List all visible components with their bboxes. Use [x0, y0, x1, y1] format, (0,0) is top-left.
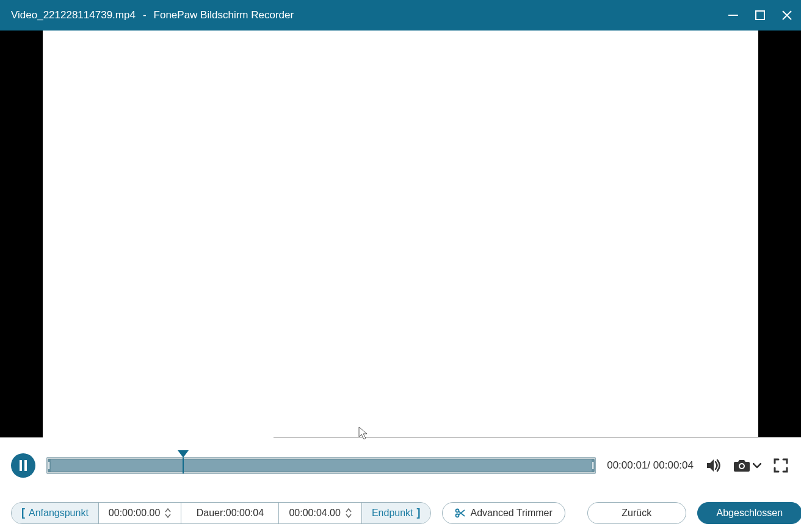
- screenshot-button-group: [733, 456, 762, 475]
- scissors-icon: [455, 508, 466, 519]
- chevron-down-icon: [346, 514, 352, 518]
- selection-handle-left[interactable]: [48, 459, 51, 472]
- back-label: Zurück: [622, 508, 651, 519]
- open-bracket-icon: [: [21, 506, 25, 519]
- done-label: Abgeschlossen: [717, 508, 783, 519]
- chevron-down-icon: [165, 514, 171, 518]
- start-label: Anfangspunkt: [29, 508, 89, 519]
- chevron-down-icon: [753, 462, 761, 469]
- chevron-up-icon: [165, 508, 171, 512]
- timeline[interactable]: [46, 457, 596, 474]
- duration-value: 00:00:04: [226, 508, 264, 519]
- video-area: [0, 31, 801, 437]
- right-icon-group: [705, 456, 790, 475]
- pause-icon: [18, 460, 28, 471]
- fullscreen-button[interactable]: [772, 456, 790, 475]
- playback-bar: 00:00:01/ 00:00:04: [0, 437, 801, 494]
- advanced-trimmer-label: Advanced Trimmer: [471, 508, 553, 519]
- close-button[interactable]: [780, 9, 794, 22]
- fullscreen-icon: [774, 458, 788, 473]
- title-separator: -: [143, 9, 147, 21]
- window-controls: [727, 9, 794, 22]
- screenshot-button[interactable]: [733, 456, 751, 475]
- video-preview[interactable]: [43, 31, 758, 437]
- mouse-cursor-icon: [358, 426, 371, 440]
- close-bracket-icon: ]: [417, 506, 421, 519]
- duration-display: Dauer:00:00:04: [181, 503, 279, 523]
- end-label: Endpunkt: [372, 508, 413, 519]
- timeline-selection: [48, 459, 594, 472]
- minimize-icon: [728, 10, 739, 21]
- maximize-icon: [755, 10, 766, 21]
- current-time: 00:00:01: [607, 459, 647, 471]
- advanced-trimmer-button[interactable]: Advanced Trimmer: [442, 502, 565, 524]
- start-time-value: 00:00:00.00: [109, 508, 161, 519]
- title-filename: Video_221228114739.mp4: [11, 9, 136, 21]
- end-time-stepper[interactable]: [346, 508, 352, 518]
- trim-bar: [ Anfangspunkt 00:00:00.00 Dauer:00:00:0…: [0, 494, 801, 532]
- timeline-playhead[interactable]: [183, 458, 184, 473]
- selection-handle-right[interactable]: [592, 459, 595, 472]
- window-title: Video_221228114739.mp4 - FonePaw Bildsch…: [11, 9, 294, 21]
- back-button[interactable]: Zurück: [587, 502, 686, 524]
- minimize-button[interactable]: [727, 9, 740, 22]
- chevron-up-icon: [346, 508, 352, 512]
- svg-rect-1: [756, 11, 764, 20]
- time-separator: /: [647, 459, 653, 471]
- set-start-button[interactable]: [ Anfangspunkt: [12, 503, 99, 523]
- pause-button[interactable]: [11, 453, 35, 478]
- end-time-value: 00:00:04.00: [289, 508, 341, 519]
- total-time: 00:00:04: [653, 459, 694, 471]
- done-button[interactable]: Abgeschlossen: [697, 502, 801, 524]
- start-time-field[interactable]: 00:00:00.00: [99, 503, 182, 523]
- close-icon: [781, 9, 793, 21]
- title-app-name: FonePaw Bildschirm Recorder: [154, 9, 294, 21]
- camera-icon: [733, 458, 750, 473]
- svg-rect-4: [20, 460, 22, 471]
- volume-icon: [705, 457, 722, 474]
- start-time-stepper[interactable]: [165, 508, 171, 518]
- svg-point-7: [740, 464, 744, 468]
- volume-button[interactable]: [705, 456, 723, 475]
- screenshot-menu-button[interactable]: [752, 456, 762, 475]
- svg-rect-5: [24, 460, 27, 471]
- time-display: 00:00:01/ 00:00:04: [607, 459, 694, 472]
- maximize-button[interactable]: [753, 9, 767, 22]
- trim-controls: [ Anfangspunkt 00:00:00.00 Dauer:00:00:0…: [11, 502, 431, 524]
- duration-label: Dauer:: [197, 508, 226, 519]
- preview-guideline: [274, 437, 801, 437]
- end-time-field[interactable]: 00:00:04.00: [279, 503, 362, 523]
- set-end-button[interactable]: Endpunkt ]: [362, 503, 430, 523]
- title-bar: Video_221228114739.mp4 - FonePaw Bildsch…: [0, 0, 801, 31]
